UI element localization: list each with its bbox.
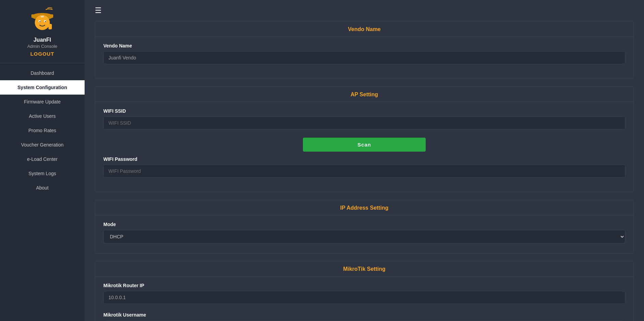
sidebar-item-promo-rates[interactable]: Promo Rates [0,123,85,138]
sidebar-item-active-users[interactable]: Active Users [0,109,85,123]
ap-setting-title: AP Setting [95,87,633,102]
sidebar-item-voucher-generation[interactable]: Voucher Generation [0,138,85,152]
router-ip-label: Mikrotik Router IP [103,283,625,288]
mikrotik-setting-section: MikroTik Setting Mikrotik Router IP Mikr… [95,261,634,321]
sidebar-item-firmware-update[interactable]: Firmware Update [0,95,85,109]
logout-link[interactable]: LOGOUT [30,51,54,57]
sidebar-nav: Dashboard System Configuration Firmware … [0,66,85,195]
vendo-name-field-row: Vendo Name [103,43,625,69]
sidebar-item-dashboard[interactable]: Dashboard [0,66,85,80]
ip-address-section: IP Address Setting Mode DHCP Static [95,200,634,253]
router-ip-field-row: Mikrotik Router IP [103,283,625,309]
sidebar-item-system-configuration[interactable]: System Configuration [0,80,85,95]
sidebar: Wi JuanFI Admin Console LOGOUT Dashboard… [0,0,85,321]
router-ip-input[interactable] [103,291,625,304]
wifi-ssid-input[interactable] [103,116,625,129]
sidebar-item-about[interactable]: About [0,181,85,195]
mikrotik-username-label: Mikrotik Username [103,312,625,318]
wifi-password-label: WIFI Password [103,156,625,162]
wifi-ssid-field-row: WIFI SSID [103,108,625,134]
wifi-ssid-label: WIFI SSID [103,108,625,114]
svg-point-6 [45,21,46,22]
vendo-name-label: Vendo Name [103,43,625,48]
mikrotik-setting-title: MikroTik Setting [95,261,633,277]
svg-rect-7 [48,24,52,29]
logo: Wi [25,7,59,34]
svg-point-5 [40,21,41,22]
vendo-name-title: Vendo Name [95,22,633,37]
vendo-name-input[interactable] [103,51,625,64]
main-content: ☰ Vendo Name Vendo Name AP Setting WIFI … [85,0,644,321]
ip-address-title: IP Address Setting [95,200,633,215]
sidebar-divider [0,63,85,63]
svg-text:Wi: Wi [41,15,44,18]
hamburger-button[interactable]: ☰ [95,7,102,14]
sidebar-role: Admin Console [27,44,57,49]
wifi-password-input[interactable] [103,165,625,178]
scan-button[interactable]: Scan [303,138,426,152]
mode-field-row: Mode DHCP Static [103,222,625,243]
svg-rect-8 [48,23,50,25]
mode-select[interactable]: DHCP Static [103,230,625,243]
wifi-password-field-row: WIFI Password [103,156,625,182]
mikrotik-username-field-row: Mikrotik Username [103,312,625,321]
ap-setting-section: AP Setting WIFI SSID Scan WIFI Password [95,86,634,192]
vendo-name-section: Vendo Name Vendo Name [95,21,634,79]
mode-label: Mode [103,222,625,227]
sidebar-username: JuanFI [33,37,51,43]
sidebar-item-system-logs[interactable]: System Logs [0,166,85,181]
sidebar-item-eload-center[interactable]: e-Load Center [0,152,85,166]
